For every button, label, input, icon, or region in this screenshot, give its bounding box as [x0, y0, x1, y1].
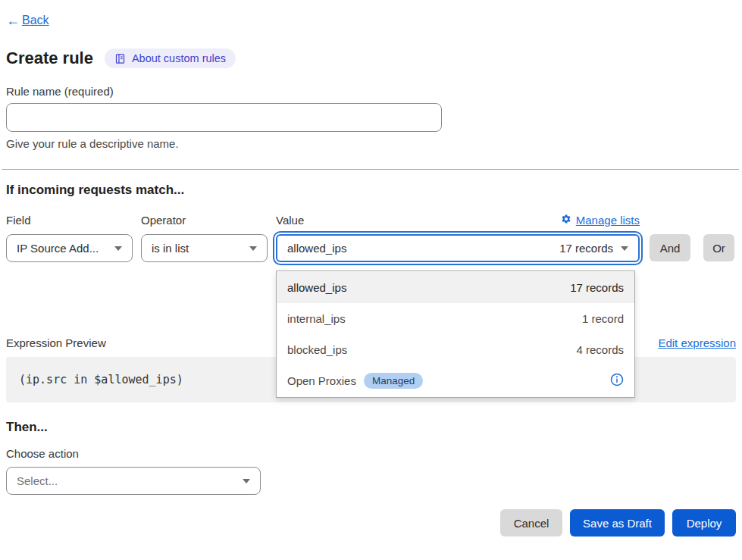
list-name: internal_ips — [287, 312, 346, 325]
list-record-count: 4 records — [576, 343, 624, 356]
gear-icon — [561, 214, 571, 227]
value-dropdown-panel: allowed_ips 17 records internal_ips 1 re… — [276, 271, 635, 398]
back-link[interactable]: ←Back — [6, 14, 49, 27]
match-section-heading: If incoming requests match... — [6, 183, 736, 198]
cancel-button[interactable]: Cancel — [500, 509, 562, 537]
choose-action-label: Choose action — [6, 447, 736, 460]
book-icon — [114, 53, 126, 64]
deploy-button[interactable]: Deploy — [672, 509, 736, 537]
create-rule-page: ←Back Create rule About custom rules Rul… — [0, 0, 742, 537]
value-select[interactable]: allowed_ips 17 records — [276, 234, 640, 262]
action-select-placeholder: Select... — [17, 474, 58, 487]
and-button[interactable]: And — [650, 234, 690, 261]
action-select[interactable]: Select... — [6, 467, 261, 495]
value-select-records: 17 records — [559, 242, 613, 255]
chevron-down-icon — [249, 246, 257, 251]
chevron-down-icon — [621, 246, 628, 251]
value-select-value: allowed_ips — [287, 242, 346, 255]
page-title: Create rule — [6, 48, 93, 68]
field-select-value: IP Source Add... — [17, 242, 99, 255]
list-record-count: 17 records — [570, 281, 624, 294]
edit-expression-link[interactable]: Edit expression — [658, 336, 736, 349]
info-icon[interactable] — [610, 373, 624, 389]
managed-badge: Managed — [364, 373, 423, 389]
field-label: Field — [6, 214, 133, 227]
manage-lists-label: Manage lists — [576, 214, 640, 227]
list-item-blocked-ips[interactable]: blocked_ips 4 records — [277, 334, 634, 365]
expression-preview-label: Expression Preview — [6, 336, 106, 349]
back-label: Back — [22, 14, 49, 27]
value-label: Value — [276, 214, 304, 227]
back-arrow-icon: ← — [6, 14, 20, 27]
section-divider — [2, 169, 739, 170]
list-item-open-proxies[interactable]: Open Proxies Managed — [277, 365, 634, 396]
list-name: allowed_ips — [287, 281, 346, 294]
save-as-draft-button[interactable]: Save as Draft — [570, 509, 665, 537]
field-select[interactable]: IP Source Add... — [6, 234, 133, 262]
chevron-down-icon — [114, 246, 122, 251]
list-record-count: 1 record — [582, 312, 624, 325]
manage-lists-link[interactable]: Manage lists — [561, 214, 640, 227]
about-custom-rules-link[interactable]: About custom rules — [105, 48, 236, 68]
about-custom-rules-label: About custom rules — [132, 52, 226, 64]
operator-select[interactable]: is in list — [141, 234, 268, 262]
list-item-allowed-ips[interactable]: allowed_ips 17 records — [277, 272, 634, 303]
rule-name-input[interactable] — [6, 103, 442, 132]
list-name: Open Proxies — [287, 374, 356, 387]
list-name: blocked_ips — [287, 343, 347, 356]
operator-select-value: is in list — [152, 242, 189, 255]
rule-name-help: Give your rule a descriptive name. — [6, 137, 736, 150]
expression-code: (ip.src in $allowed_ips) — [19, 373, 183, 386]
or-button[interactable]: Or — [703, 234, 734, 261]
rule-name-label: Rule name (required) — [6, 85, 736, 98]
chevron-down-icon — [243, 479, 250, 483]
operator-label: Operator — [141, 214, 268, 227]
list-item-internal-ips[interactable]: internal_ips 1 record — [277, 303, 634, 334]
then-section-heading: Then... — [6, 420, 736, 435]
